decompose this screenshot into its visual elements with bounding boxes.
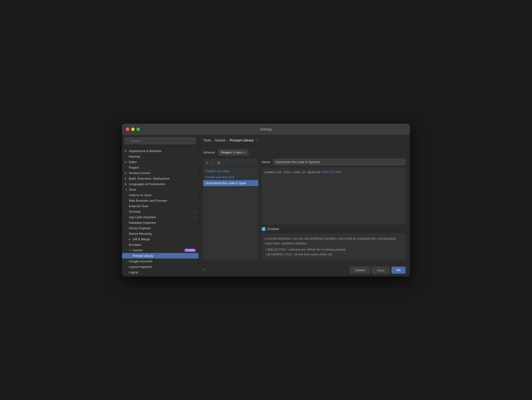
badge-icon: □ (194, 216, 196, 218)
sidebar-item-logcat[interactable]: Logcat (122, 270, 199, 275)
close-button[interactable] (126, 127, 129, 131)
sidebar-item-external-tools[interactable]: External Tools (122, 203, 199, 209)
prompt-list-panel: + − ⧉ Explain this code Create unit test… (203, 159, 258, 260)
sidebar-item-build[interactable]: ▶ Build, Execution, Deployment (122, 176, 199, 181)
breadcrumb-gemini[interactable]: Gemini (215, 138, 225, 142)
code-editor[interactable]: Summarize this code in Spanish $SELECTIO… (262, 168, 405, 225)
sidebar-item-terminal[interactable]: Terminal □ (122, 209, 199, 214)
arrow-icon: ▼ (125, 188, 129, 191)
sidebar-item-label: Gemini (133, 248, 183, 252)
sidebar-item-label: Editor (129, 160, 196, 164)
sidebar-item-device-mirroring[interactable]: Device Mirroring (122, 231, 199, 236)
panel-body: Scheme: Project Project ▾ + − ⧉ (199, 146, 410, 264)
name-input[interactable] (273, 159, 405, 165)
help-bullet-2: • $CURRENT_FILE - All text from active e… (266, 252, 403, 257)
footer-buttons: Cancel Apply OK (350, 267, 405, 274)
breadcrumb-icon: □ (256, 139, 258, 142)
sidebar-item-appearance[interactable]: ▶ Appearance & Behavior (122, 148, 199, 154)
list-item-summarize[interactable]: Summarize this code in Span (203, 180, 258, 186)
arrow-icon: ▶ (125, 183, 129, 185)
sidebar-item-label: Appearance & Behavior (129, 149, 196, 153)
sidebar-item-emulator[interactable]: Emulator (122, 242, 199, 248)
sidebar-item-plugins[interactable]: Plugins (122, 165, 199, 170)
maximize-button[interactable] (136, 127, 140, 131)
list-toolbar: + − ⧉ (203, 159, 258, 167)
sidebar-item-label: Terminal (129, 210, 193, 213)
search-input[interactable] (125, 138, 196, 144)
chevron-down-icon: ▾ (244, 151, 246, 154)
badge-icon: □ (194, 254, 196, 257)
add-button[interactable]: + (205, 160, 209, 165)
sidebar-item-app-links[interactable]: App Links Assistant □ (122, 214, 199, 220)
sidebar-item-label: Keymap (129, 155, 196, 158)
back-button[interactable]: ← (396, 138, 400, 142)
sidebar-item-google-accounts[interactable]: Google Accounts (122, 259, 199, 264)
search-area: 🔍 (122, 135, 199, 147)
scheme-bold: Project (221, 151, 231, 154)
breadcrumb: Tools › Gemini › Prompt Library □ (203, 138, 258, 142)
right-panel: Tools › Gemini › Prompt Library □ ← → Sc… (199, 135, 410, 277)
enabled-checkbox[interactable]: ✓ (262, 227, 266, 231)
sidebar-item-gemini[interactable]: ▼ Gemini Preview (122, 248, 199, 253)
arrow-icon: ▼ (129, 249, 133, 252)
forward-button[interactable]: → (402, 138, 405, 142)
sidebar-item-label: Logcat (129, 271, 196, 274)
sidebar-item-label: App Links Assistant (129, 215, 193, 219)
help-bullet-1: • $SELECTION - selected text. Whole file… (266, 247, 403, 252)
help-button[interactable]: ? (203, 268, 205, 272)
badge-icon: □ (194, 194, 196, 197)
sidebar-item-keymap[interactable]: Keymap (122, 154, 199, 159)
list-item-explain[interactable]: Explain this code (203, 168, 258, 174)
sidebar-item-editor[interactable]: ▶ Editor (122, 159, 199, 165)
main-content: 🔍 ▶ Appearance & Behavior Keymap ▶ (122, 135, 410, 277)
sidebar-item-label: Actions on Save (129, 193, 193, 197)
sidebar-item-layout-inspector[interactable]: Layout Inspector (122, 264, 199, 270)
sidebar-item-label: Tools (129, 188, 196, 191)
traffic-lights (126, 127, 140, 131)
panel-header: Tools › Gemini › Prompt Library □ ← → (199, 135, 410, 146)
cancel-button[interactable]: Cancel (350, 267, 370, 274)
list-item-unit-test[interactable]: Create unit test case (203, 174, 258, 180)
minimize-button[interactable] (131, 127, 134, 131)
apply-button[interactable]: Apply (372, 267, 390, 274)
detail-panel: Name: Summarize this code in Spanish $SE… (262, 159, 405, 260)
preview-badge: Preview (184, 249, 196, 252)
variable-selection: $SELECTION (323, 171, 341, 174)
sidebar-item-device-explorer[interactable]: Device Explorer (122, 225, 199, 231)
sidebar-item-actions-on-save[interactable]: Actions on Save □ (122, 192, 199, 198)
content-area: + − ⧉ Explain this code Create unit test… (203, 159, 405, 260)
name-row: Name: (262, 159, 405, 165)
copy-button[interactable]: ⧉ (216, 160, 221, 165)
sidebar-item-tools[interactable]: ▼ Tools (122, 187, 199, 192)
breadcrumb-current: Prompt Library (229, 138, 253, 142)
nav-arrows: ← → (396, 138, 405, 142)
breadcrumb-tools[interactable]: Tools (203, 138, 211, 142)
sidebar-item-web-browsers[interactable]: Web Browsers and Preview (122, 198, 199, 203)
sidebar-item-label: Languages & Frameworks (129, 182, 196, 186)
footer: ? Cancel Apply OK (199, 264, 410, 277)
sidebar-item-version-control[interactable]: ▶ Version Control □ (122, 170, 199, 176)
titlebar: Settings (122, 124, 410, 135)
enabled-row: ✓ Enabled (262, 227, 405, 231)
sidebar-item-languages[interactable]: ▶ Languages & Frameworks (122, 181, 199, 187)
badge-icon: □ (194, 171, 196, 174)
window-title: Settings (260, 127, 272, 131)
sidebar-item-label: Database Inspector (129, 221, 196, 224)
sidebar-item-label: Layout Inspector (129, 265, 196, 269)
sidebar-item-label: Emulator (129, 243, 196, 247)
settings-window: Settings 🔍 ▶ Appearance & Behavior (122, 124, 410, 277)
sidebar-item-diff-merge[interactable]: ▶ Diff & Merge (122, 236, 199, 242)
name-label: Name: (262, 160, 271, 164)
scheme-normal: Project (233, 151, 242, 154)
ok-button[interactable]: OK (392, 267, 405, 274)
question-icon: ? (203, 268, 205, 272)
sidebar-item-label: Build, Execution, Deployment (129, 177, 196, 180)
help-box: In prompt templates, you can use predefi… (262, 233, 405, 260)
sidebar-item-label: Device Mirroring (129, 232, 196, 235)
remove-button[interactable]: − (211, 160, 215, 165)
sidebar-item-prompt-library[interactable]: Prompt Library □ (122, 253, 199, 259)
badge-icon: □ (194, 210, 196, 213)
scheme-select[interactable]: Project Project ▾ (218, 149, 248, 155)
sidebar-nav: ▶ Appearance & Behavior Keymap ▶ Editor … (122, 147, 199, 277)
sidebar-item-database-inspector[interactable]: Database Inspector (122, 220, 199, 225)
